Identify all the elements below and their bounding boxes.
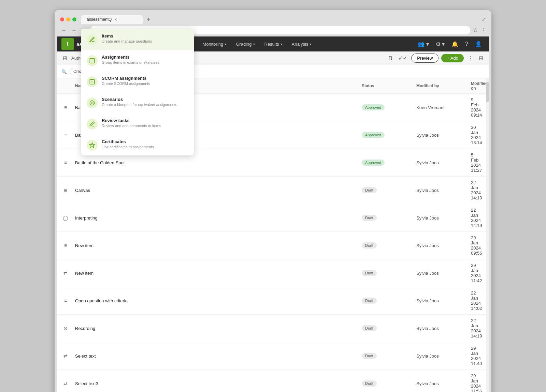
row-modified-on-cell: 30 Jan 2024 13:14 ⋮ — [471, 125, 485, 145]
monitoring-chevron-icon: ▾ — [225, 42, 226, 46]
scorm-desc: Create SCORM assignments — [102, 81, 188, 86]
sub-nav-right: ⇅ ✓✓ Preview + Add ⋮ ⊞ — [387, 54, 485, 63]
analysis-label: Analysis — [292, 42, 308, 47]
row-modified-on-cell: 22 Jan 2024 14:19 ⋮ — [471, 208, 485, 228]
row-modified-on: 29 Jan 2024 11:42 — [471, 263, 482, 283]
preview-button[interactable]: Preview — [411, 54, 439, 63]
row-modified-on: 29 Jan 2024 11:55 — [471, 373, 482, 392]
profile-button[interactable]: 👤 — [472, 38, 485, 50]
col-modified-on-header[interactable]: Modified on ⊞ — [471, 81, 485, 91]
scenarios-icon — [87, 97, 98, 108]
status-badge: Draft — [362, 215, 377, 221]
row-modified-on: 30 Jan 2024 13:14 — [471, 125, 482, 145]
table-row[interactable]: ⊕ Canvas Draft Sylvia Joos 22 Jan 2024 1… — [57, 177, 489, 204]
scrollbar-track[interactable] — [486, 78, 489, 392]
row-modified-by: Sylvia Joos — [416, 326, 471, 331]
row-modified-on: 22 Jan 2024 14:02 — [471, 290, 482, 311]
status-badge: Draft — [362, 353, 377, 359]
new-tab-button[interactable]: + — [144, 16, 153, 23]
checkmark-button[interactable]: ✓✓ — [397, 54, 408, 63]
table-row[interactable]: ⇄ Select text Draft Sylvia Joos 29 Jan 2… — [57, 342, 489, 370]
tab-close-icon[interactable]: ✕ — [114, 18, 117, 21]
row-modified-on-cell: 29 Jan 2024 11:55 ⋮ — [471, 373, 485, 392]
column-settings-button[interactable]: ⊞ — [477, 54, 485, 63]
row-modified-on-cell: 5 Feb 2024 11:27 ⋮ — [471, 152, 485, 173]
authoring-dropdown-menu: Items Create and manage questions Assign… — [81, 29, 194, 155]
dropdown-item-items[interactable]: Items Create and manage questions — [81, 29, 194, 50]
assignments-desc: Group items in exams or exercises — [102, 60, 188, 64]
maximize-button[interactable] — [72, 17, 76, 21]
bookmark-icon[interactable]: ☆ — [473, 27, 478, 33]
scenarios-desc: Create a blueprint for equivalent assign… — [102, 103, 188, 107]
grading-label: Grading — [236, 42, 252, 47]
table-row[interactable]: ⇄ Select text3 Draft Sylvia Joos 29 Jan … — [57, 370, 489, 392]
dropdown-item-scorm[interactable]: SCORM assignments Create SCORM assignmen… — [81, 71, 194, 92]
nav-item-grading[interactable]: Grading ▾ — [231, 39, 259, 49]
dropdown-item-scenarios[interactable]: Scenarios Create a blueprint for equival… — [81, 92, 194, 113]
nav-item-results[interactable]: Results ▾ — [260, 39, 287, 49]
users-button[interactable]: 👥 ▾ — [415, 38, 431, 50]
dropdown-item-certificates[interactable]: Certificates Link certificates to assign… — [81, 134, 194, 155]
minimize-button[interactable] — [66, 17, 70, 21]
col-status-header: Status — [362, 84, 416, 88]
active-tab[interactable]: assessmentQ ✕ — [81, 15, 143, 24]
certificates-text: Certificates Link certificates to assign… — [102, 139, 188, 149]
col-modified-by-header: Modified by — [416, 84, 471, 88]
table-row[interactable]: ≡ Open question with criteria Draft Sylv… — [57, 287, 489, 315]
row-modified-by: Sylvia Joos — [416, 381, 471, 386]
row-type-icon: ≡ — [61, 160, 70, 166]
results-chevron-icon: ▾ — [281, 42, 282, 46]
menu-icon[interactable]: ⋮ — [480, 27, 486, 33]
scorm-title: SCORM assignments — [102, 76, 188, 81]
scenarios-title: Scenarios — [102, 97, 188, 102]
scenarios-text: Scenarios Create a blueprint for equival… — [102, 97, 188, 107]
row-modified-by: Sylvia Joos — [416, 215, 471, 221]
tab-bar: assessmentQ ✕ + ⤢ — [57, 13, 489, 24]
help-button[interactable]: ? — [462, 38, 471, 50]
row-modified-on-cell: 29 Jan 2024 11:42 ⋮ — [471, 263, 485, 283]
row-type-icon: ⊙ — [61, 325, 70, 331]
row-modified-by: Sylvia Joos — [416, 271, 471, 276]
scrollbar-thumb[interactable] — [486, 82, 489, 102]
svg-point-2 — [90, 101, 95, 105]
settings-button[interactable]: ⚙ ▾ — [433, 38, 447, 50]
row-type-icon: ≡ — [61, 132, 70, 138]
dropdown-item-review[interactable]: Review tasks Review and add comments to … — [81, 113, 194, 134]
nav-item-monitoring[interactable]: Monitoring ▾ — [198, 39, 231, 49]
row-modified-on: 22 Jan 2024 14:19 — [471, 318, 482, 338]
dropdown-item-assignments[interactable]: Assignments Group items in exams or exer… — [81, 50, 194, 71]
table-row[interactable]: ⇄ New item Draft Sylvia Joos 29 Jan 2024… — [57, 259, 489, 287]
table-row[interactable]: ≡ New item Draft Sylvia Joos 29 Jan 2024… — [57, 232, 489, 259]
status-badge: Approved — [362, 104, 385, 110]
grading-chevron-icon: ▾ — [253, 42, 255, 46]
close-button[interactable] — [60, 17, 64, 21]
back-button[interactable]: ← — [60, 27, 68, 34]
row-type-icon: ≡ — [61, 104, 70, 110]
svg-point-3 — [91, 102, 93, 104]
more-options-button[interactable]: ⋮ — [466, 54, 475, 63]
status-badge: Draft — [362, 187, 377, 193]
table-row[interactable]: ◯ Interpreting Draft Sylvia Joos 22 Jan … — [57, 204, 489, 232]
row-modified-on-cell: 22 Jan 2024 14:19 ⋮ — [471, 318, 485, 338]
expand-icon[interactable]: ⤢ — [482, 17, 486, 22]
row-status: Draft — [362, 242, 416, 248]
sort-button[interactable]: ⇅ — [387, 54, 394, 63]
row-modified-on-cell: 22 Jan 2024 14:02 ⋮ — [471, 290, 485, 311]
row-modified-by: Sylvia Joos — [416, 188, 471, 193]
dropdown-items-list: Items Create and manage questions Assign… — [81, 29, 194, 155]
certificates-desc: Link certificates to assignments — [102, 145, 188, 149]
nav-item-analysis[interactable]: Analysis ▾ — [287, 39, 316, 49]
status-badge: Draft — [362, 270, 377, 276]
scorm-icon — [87, 76, 98, 87]
add-button[interactable]: + Add — [441, 54, 464, 62]
row-modified-on: 22 Jan 2024 14:19 — [471, 208, 482, 228]
row-name: Recording — [75, 326, 321, 331]
row-modified-by: Sylvia Joos — [416, 160, 471, 165]
row-type-icon: ⇄ — [61, 353, 70, 359]
row-name: Canvas — [75, 188, 321, 193]
notifications-button[interactable]: 🔔 — [449, 38, 461, 50]
forward-button[interactable]: → — [70, 27, 78, 34]
row-type-icon: ≡ — [61, 298, 70, 304]
filter-toggle-button[interactable]: ⊞ — [61, 54, 69, 63]
table-row[interactable]: ⊙ Recording Draft Sylvia Joos 22 Jan 202… — [57, 315, 489, 342]
